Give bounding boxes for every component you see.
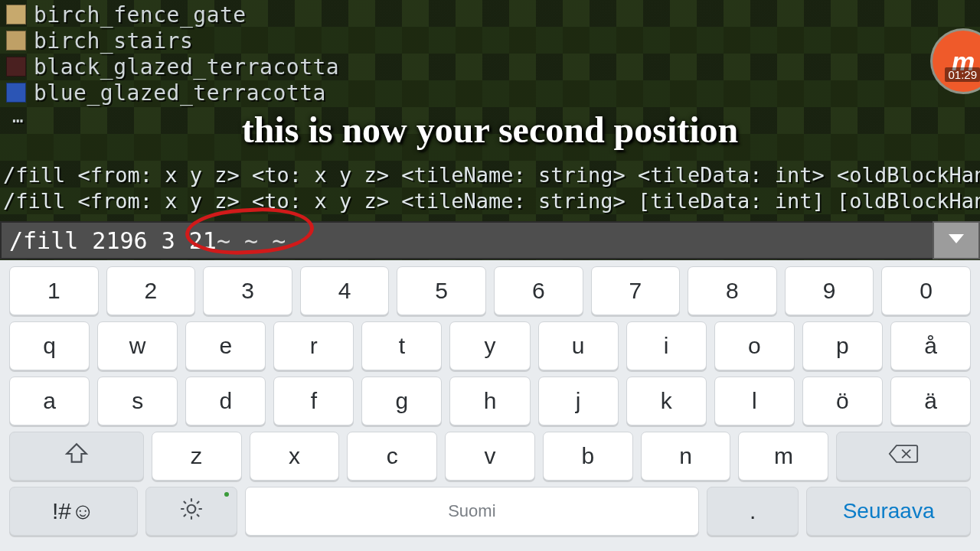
keyboard-row-z: zxcvbnm bbox=[9, 432, 971, 481]
key-label: å bbox=[924, 333, 937, 359]
key-label: 0 bbox=[920, 278, 933, 304]
key-label: e bbox=[219, 333, 232, 359]
backspace-key[interactable] bbox=[836, 432, 971, 481]
key-v[interactable]: v bbox=[445, 432, 535, 481]
svg-marker-0 bbox=[949, 234, 964, 243]
period-key[interactable]: . bbox=[707, 487, 799, 536]
keyboard-row-numbers: 1234567890 bbox=[9, 266, 971, 315]
autocomplete-label: black_glazed_terracotta bbox=[34, 54, 339, 80]
key-w[interactable]: w bbox=[97, 321, 178, 370]
key-label: a bbox=[43, 388, 56, 414]
shift-key[interactable] bbox=[9, 432, 144, 481]
key-label: 6 bbox=[532, 278, 545, 304]
key-label: 5 bbox=[435, 278, 448, 304]
key-s[interactable]: s bbox=[97, 377, 178, 425]
key-label: o bbox=[748, 333, 761, 359]
key-label: 4 bbox=[338, 278, 351, 304]
settings-key[interactable] bbox=[145, 487, 237, 536]
symbols-label: !#☺ bbox=[52, 498, 95, 524]
chevron-down-icon bbox=[947, 233, 965, 248]
key-z[interactable]: z bbox=[152, 432, 242, 481]
key-2[interactable]: 2 bbox=[106, 266, 196, 315]
key-0[interactable]: 0 bbox=[881, 266, 971, 315]
key-ö[interactable]: ö bbox=[802, 377, 883, 425]
block-icon bbox=[6, 5, 26, 24]
symbols-key[interactable]: !#☺ bbox=[9, 487, 138, 536]
key-label: q bbox=[43, 333, 56, 359]
key-k[interactable]: k bbox=[626, 377, 707, 425]
overlay-caption: this is now your second position bbox=[0, 109, 980, 151]
key-label: g bbox=[396, 388, 409, 414]
key-label: 1 bbox=[47, 278, 60, 304]
mic-indicator-icon bbox=[224, 492, 229, 497]
key-o[interactable]: o bbox=[714, 321, 795, 370]
autocomplete-item[interactable]: birch_stairs bbox=[6, 28, 980, 54]
key-label: k bbox=[661, 388, 672, 414]
key-8[interactable]: 8 bbox=[688, 266, 777, 315]
key-label: 7 bbox=[629, 278, 642, 304]
key-r[interactable]: r bbox=[273, 321, 354, 370]
key-5[interactable]: 5 bbox=[397, 266, 486, 315]
key-ä[interactable]: ä bbox=[890, 377, 971, 425]
autocomplete-label: blue_glazed_terracotta bbox=[34, 80, 326, 106]
block-icon bbox=[6, 57, 26, 77]
autocomplete-item[interactable]: black_glazed_terracotta bbox=[6, 54, 980, 80]
autocomplete-item[interactable]: birch_fence_gate bbox=[6, 2, 980, 28]
key-a[interactable]: a bbox=[9, 377, 90, 425]
key-label: w bbox=[129, 333, 146, 359]
keyboard-row-bottom: !#☺ Suomi . Seuraava bbox=[9, 487, 971, 536]
key-7[interactable]: 7 bbox=[591, 266, 681, 315]
next-label: Seuraava bbox=[843, 499, 935, 523]
key-t[interactable]: t bbox=[361, 321, 442, 370]
command-text: /fill 2196 3 21 bbox=[9, 227, 217, 254]
key-c[interactable]: c bbox=[347, 432, 437, 481]
key-label: v bbox=[484, 443, 495, 469]
spacebar-key[interactable]: Suomi bbox=[245, 487, 699, 536]
key-label: n bbox=[679, 443, 692, 469]
key-g[interactable]: g bbox=[361, 377, 442, 425]
command-tildes: ~ ~ ~ bbox=[217, 227, 286, 254]
key-å[interactable]: å bbox=[890, 321, 971, 370]
key-i[interactable]: i bbox=[626, 321, 707, 370]
command-syntax-hints: /fill <from: x y z> <to: x y z> <tileNam… bbox=[3, 162, 980, 214]
key-6[interactable]: 6 bbox=[494, 266, 583, 315]
autocomplete-item[interactable]: blue_glazed_terracotta bbox=[6, 80, 980, 106]
key-u[interactable]: u bbox=[538, 321, 619, 370]
key-b[interactable]: b bbox=[543, 432, 633, 481]
autocomplete-label: birch_stairs bbox=[34, 28, 193, 54]
keyboard-row-a: asdfghjklöä bbox=[9, 377, 971, 425]
key-label: u bbox=[572, 333, 585, 359]
key-1[interactable]: 1 bbox=[9, 266, 99, 315]
key-e[interactable]: e bbox=[185, 321, 266, 370]
key-9[interactable]: 9 bbox=[785, 266, 874, 315]
key-d[interactable]: d bbox=[185, 377, 266, 425]
key-j[interactable]: j bbox=[538, 377, 619, 425]
key-y[interactable]: y bbox=[449, 321, 530, 370]
key-label: z bbox=[191, 443, 202, 469]
block-icon bbox=[6, 83, 26, 103]
gear-icon bbox=[178, 496, 204, 527]
key-m[interactable]: m bbox=[738, 432, 828, 481]
chat-dropdown-button[interactable] bbox=[933, 221, 980, 259]
key-label: t bbox=[399, 333, 405, 359]
key-q[interactable]: q bbox=[9, 321, 90, 370]
period-label: . bbox=[750, 498, 756, 524]
key-n[interactable]: n bbox=[641, 432, 731, 481]
key-3[interactable]: 3 bbox=[203, 266, 292, 315]
key-h[interactable]: h bbox=[449, 377, 530, 425]
next-key[interactable]: Seuraava bbox=[806, 487, 971, 536]
key-l[interactable]: l bbox=[714, 377, 795, 425]
key-label: ä bbox=[924, 388, 937, 414]
key-p[interactable]: p bbox=[802, 321, 883, 370]
key-4[interactable]: 4 bbox=[300, 266, 390, 315]
keyboard-row-q: qwertyuiopå bbox=[9, 321, 971, 370]
key-f[interactable]: f bbox=[273, 377, 354, 425]
key-label: ö bbox=[836, 388, 849, 414]
key-x[interactable]: x bbox=[250, 432, 340, 481]
shift-icon bbox=[64, 441, 90, 472]
command-input[interactable]: /fill 2196 3 21 ~ ~ ~ bbox=[0, 221, 933, 259]
key-label: 2 bbox=[145, 278, 158, 304]
on-screen-keyboard: 1234567890 qwertyuiopå asdfghjklöä zxcvb… bbox=[0, 260, 980, 551]
key-label: 9 bbox=[823, 278, 836, 304]
syntax-line: /fill <from: x y z> <to: x y z> <tileNam… bbox=[3, 188, 980, 214]
